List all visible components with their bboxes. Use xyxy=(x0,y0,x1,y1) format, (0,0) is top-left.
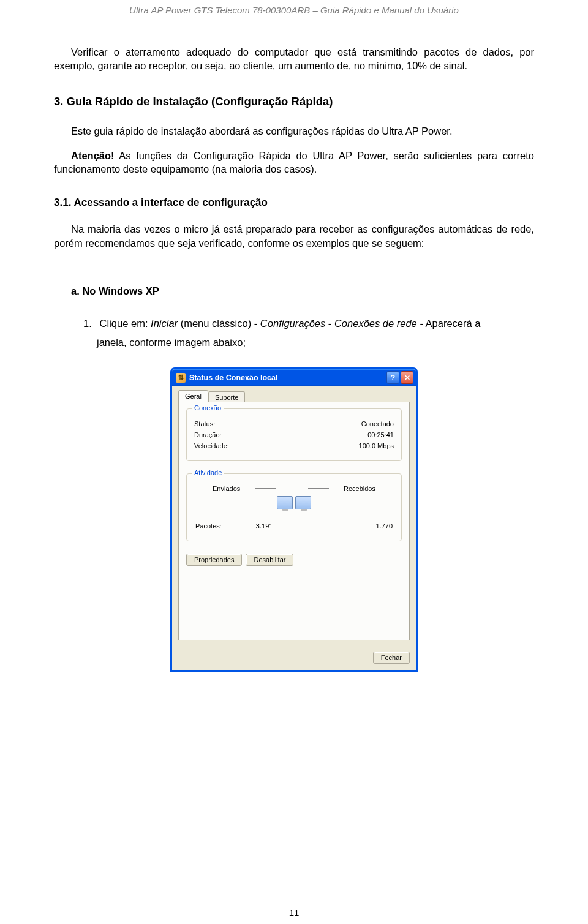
step-text-mid2: - xyxy=(325,318,334,329)
xp-titlebar[interactable]: ⇅ Status de Conexão local ? ✕ xyxy=(172,369,416,386)
duration-label: Duração: xyxy=(194,431,222,438)
packets-sent: 3.191 xyxy=(222,522,307,530)
status-value: Conectado xyxy=(361,420,394,427)
monitor-recv-icon xyxy=(295,496,311,509)
step-1: 1. Clique em: Iniciar (menu clássico) - … xyxy=(83,314,534,353)
disable-button-rest: esabilitar xyxy=(258,556,285,563)
activity-divider xyxy=(194,516,394,516)
close-dialog-button[interactable]: Fechar xyxy=(373,652,410,664)
speed-label: Velocidade: xyxy=(194,442,229,449)
properties-button[interactable]: Propriedades xyxy=(186,554,242,566)
packets-label: Pacotes: xyxy=(195,522,222,530)
step-line2: janela, conforme imagem abaixo; xyxy=(97,337,246,348)
group-activity: Atividade Enviados Recebidos Paco xyxy=(186,473,402,541)
step-text-pre: Clique em: xyxy=(100,318,151,329)
speed-value: 100,0 Mbps xyxy=(359,442,394,449)
group-connection-title: Conexão xyxy=(192,404,224,411)
activity-line-left xyxy=(255,488,276,489)
attention-paragraph: Atenção! As funções da Configuração Rápi… xyxy=(54,149,534,176)
step-italic-iniciar: Iniciar xyxy=(151,318,181,329)
attention-label: Atenção! xyxy=(71,150,115,161)
duration-value: 00:25:41 xyxy=(368,431,394,438)
packets-received: 1.770 xyxy=(307,522,393,530)
step-text-mid3: - Aparecerá a xyxy=(417,318,481,329)
dialog-footer: Fechar xyxy=(172,647,416,670)
sub-heading-a: a. No Windows XP xyxy=(54,285,534,297)
xp-status-dialog: ⇅ Status de Conexão local ? ✕ Geral Supo… xyxy=(170,367,418,672)
page-number: 11 xyxy=(0,907,588,918)
activity-icons xyxy=(194,496,394,509)
attention-text: As funções da Configuração Rápida do Ult… xyxy=(54,150,534,175)
step-italic-conexoes: Conexões de rede xyxy=(334,318,417,329)
step-number: 1. xyxy=(83,314,97,333)
group-activity-title: Atividade xyxy=(192,469,224,476)
xp-window-title: Status de Conexão local xyxy=(189,374,277,382)
paragraph-3: Na maioria das vezes o micro já está pre… xyxy=(54,222,534,250)
activity-line-right xyxy=(308,488,329,489)
tab-support[interactable]: Suporte xyxy=(208,391,246,402)
network-status-icon: ⇅ xyxy=(176,373,186,383)
xp-tab-panel: Conexão Status: Conectado Duração: 00:25… xyxy=(178,402,410,640)
close-dialog-button-rest: echar xyxy=(385,654,402,661)
close-button[interactable]: ✕ xyxy=(401,371,413,384)
properties-button-rest: ropriedades xyxy=(198,556,234,563)
heading-3-1: 3.1. Acessando a interface de configuraç… xyxy=(54,197,534,209)
header-rule xyxy=(54,17,534,17)
help-button[interactable]: ? xyxy=(386,371,399,384)
xp-tabs: Geral Suporte xyxy=(178,391,410,402)
received-label: Recebidos xyxy=(344,485,375,492)
heading-3: 3. Guia Rápido de Instalação (Configuraç… xyxy=(54,95,534,108)
step-italic-config: Configurações xyxy=(260,318,325,329)
monitor-sent-icon xyxy=(277,496,293,509)
group-connection: Conexão Status: Conectado Duração: 00:25… xyxy=(186,408,402,461)
status-label: Status: xyxy=(194,420,215,427)
disable-button[interactable]: Desabilitar xyxy=(246,554,293,566)
document-header: Ultra AP Power GTS Telecom 78-00300ARB –… xyxy=(0,0,588,17)
page-content: Verificar o aterramento adequado do comp… xyxy=(0,45,588,672)
sent-label: Enviados xyxy=(213,485,240,492)
tab-general[interactable]: Geral xyxy=(178,390,208,402)
paragraph-1: Verificar o aterramento adequado do comp… xyxy=(54,45,534,73)
paragraph-2: Este guia rápido de instalação abordará … xyxy=(54,124,534,138)
dialog-button-row: Propriedades Desabilitar xyxy=(186,554,402,566)
step-text-mid1: (menu clássico) - xyxy=(181,318,260,329)
